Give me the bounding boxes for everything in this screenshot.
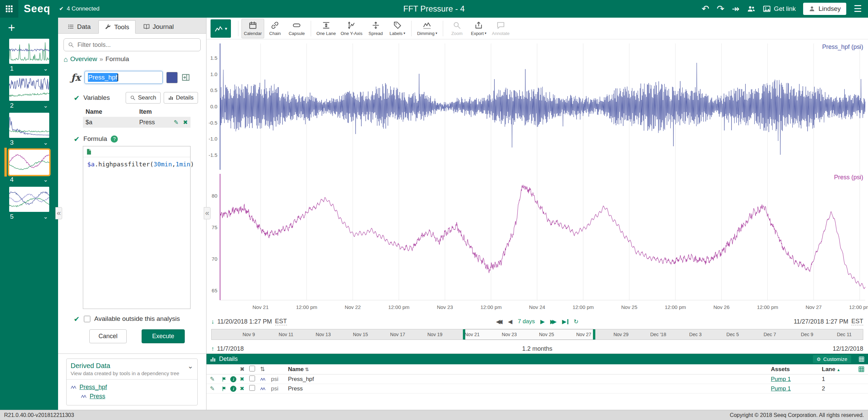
investigate-start-date[interactable]: 11/7/2018: [217, 345, 244, 352]
formula-editor[interactable]: $a.highpassfilter(30min,1min): [83, 146, 191, 309]
rewind-icon[interactable]: ◀◀: [496, 319, 503, 325]
derived-item-link[interactable]: Press_hpf: [79, 384, 107, 391]
chevron-down-icon[interactable]: ⌄: [187, 363, 193, 369]
info-icon[interactable]: i: [230, 376, 236, 382]
execute-button[interactable]: Execute: [142, 329, 185, 343]
row-checkbox[interactable]: [249, 376, 255, 381]
breadcrumb-overview[interactable]: Overview: [70, 55, 97, 63]
tab-tools[interactable]: Tools: [98, 20, 135, 34]
trend-chart[interactable]: Nov 2112:00 pmNov 2212:00 pmNov 2312:00 …: [206, 39, 868, 316]
trend-view-button[interactable]: ▾: [211, 19, 231, 38]
range-start-tz[interactable]: EST: [275, 318, 287, 325]
range-end-date[interactable]: 11/27/2018 1:27 PM: [794, 318, 848, 325]
worksheet-thumbnail[interactable]: [9, 113, 49, 138]
step-back-icon[interactable]: ◀: [508, 319, 512, 325]
formula-name-input[interactable]: Press_hpf: [85, 71, 163, 84]
select-all-checkbox[interactable]: [249, 366, 255, 371]
labels-button[interactable]: Labels▾: [386, 19, 408, 38]
remove-variable-icon[interactable]: ✖: [183, 120, 188, 125]
signal-name[interactable]: Press_hpf: [288, 376, 771, 383]
apps-grid-button[interactable]: [0, 0, 18, 18]
worksheet-thumbnail[interactable]: [9, 39, 49, 64]
table-grid-icon[interactable]: [858, 366, 865, 372]
down-arrow-icon[interactable]: ↓: [211, 318, 214, 325]
signal-name[interactable]: Press: [288, 385, 771, 392]
range-start-date[interactable]: 11/20/2018 1:27 PM: [217, 318, 272, 325]
range-duration[interactable]: 7 days: [518, 318, 535, 325]
collapse-sidebar-handle[interactable]: «: [55, 207, 62, 219]
investigate-duration[interactable]: 1.2 months: [522, 345, 552, 352]
layout-grid-icon[interactable]: [858, 356, 865, 362]
sort-icon[interactable]: ⇅: [260, 366, 271, 372]
dimming-button[interactable]: Dimming▾: [415, 19, 439, 38]
chain-button[interactable]: Chain: [264, 19, 286, 38]
worksheet-thumbnail[interactable]: [9, 150, 49, 175]
tab-journal[interactable]: Journal: [137, 20, 180, 33]
details-row-press[interactable]: ✎ i ✖ psi Press Pump 1 2: [206, 384, 868, 394]
trend-chart-svg[interactable]: Nov 2112:00 pmNov 2212:00 pmNov 2312:00 …: [206, 39, 868, 316]
help-icon[interactable]: ?: [111, 135, 118, 143]
asset-link[interactable]: Pump 1: [771, 376, 791, 382]
export-button[interactable]: Export▾: [468, 19, 490, 38]
dock-panel-icon[interactable]: [181, 73, 190, 82]
add-worksheet-button[interactable]: +: [4, 20, 19, 35]
chevron-down-icon[interactable]: ⌄: [43, 214, 48, 220]
get-link-button[interactable]: Get link: [763, 5, 796, 13]
chevron-down-icon[interactable]: ⌄: [43, 66, 48, 72]
flag-icon[interactable]: [221, 377, 230, 382]
document-icon[interactable]: [86, 148, 92, 155]
remove-icon[interactable]: ✖: [240, 377, 249, 382]
range-end-tz[interactable]: EST: [851, 318, 863, 325]
skip-to-end-icon[interactable]: ▶: [562, 319, 568, 325]
worksheet-thumbnail[interactable]: [9, 187, 49, 212]
derived-data-header[interactable]: Derived Data ⌄: [67, 359, 197, 370]
redo-icon[interactable]: ↷: [717, 4, 725, 14]
row-checkbox[interactable]: [249, 385, 255, 391]
home-icon[interactable]: ⌂: [64, 56, 68, 63]
edit-icon[interactable]: ✎: [210, 376, 221, 382]
cancel-button[interactable]: Cancel: [89, 329, 127, 343]
tab-data[interactable]: Data: [61, 20, 97, 33]
derived-item-link[interactable]: Press: [90, 393, 105, 400]
worksheet-thumbnail[interactable]: [9, 76, 49, 101]
chevron-down-icon[interactable]: ⌄: [43, 177, 48, 183]
asset-link[interactable]: Pump 1: [771, 385, 791, 392]
user-menu-button[interactable]: Lindsey: [803, 3, 846, 15]
column-name[interactable]: Name⇅: [288, 366, 771, 373]
column-lane[interactable]: Lane▲: [822, 366, 850, 373]
hamburger-menu-icon[interactable]: ☰: [854, 4, 862, 14]
up-arrow-icon[interactable]: ↑: [211, 346, 214, 352]
column-assets[interactable]: Assets: [771, 366, 822, 373]
overview-selection-window[interactable]: [464, 329, 594, 340]
edit-variable-icon[interactable]: ✎: [174, 120, 179, 125]
capsule-button[interactable]: Capsule: [286, 19, 308, 38]
overview-track[interactable]: Nov 9Nov 11Nov 13Nov 15Nov 17Nov 19Nov 2…: [211, 329, 863, 340]
details-row-press-hpf[interactable]: ✎ i ✖ psi Press_hpf Pump 1 1: [206, 375, 868, 384]
info-icon[interactable]: i: [230, 386, 236, 392]
chevron-down-icon[interactable]: ⌄: [43, 103, 48, 109]
variables-search-button[interactable]: Search: [126, 92, 161, 104]
collapse-panel-handle[interactable]: «: [204, 207, 211, 219]
undo-icon[interactable]: ↶: [702, 4, 709, 14]
filter-tools-field[interactable]: [64, 38, 201, 51]
available-outside-checkbox[interactable]: [84, 316, 90, 322]
refresh-icon[interactable]: ↻: [574, 319, 578, 325]
selection-right-handle[interactable]: [593, 329, 595, 340]
flag-icon[interactable]: [221, 386, 230, 391]
remove-all-icon[interactable]: ✖: [240, 366, 249, 372]
share-arrow-icon[interactable]: ↠: [732, 4, 740, 14]
calendar-button[interactable]: Calendar: [241, 19, 264, 38]
spread-button[interactable]: Spread: [365, 19, 386, 38]
fast-forward-icon[interactable]: ▶▶: [550, 319, 557, 325]
variables-details-button[interactable]: Details: [164, 92, 198, 104]
connection-status[interactable]: ✔ 4 Connected: [59, 5, 100, 12]
formula-code[interactable]: $a.highpassfilter(30min,1min): [83, 157, 190, 171]
one-y-axis-button[interactable]: One Y-Axis: [338, 19, 365, 38]
color-swatch-button[interactable]: [166, 72, 178, 83]
chevron-down-icon[interactable]: ⌄: [43, 140, 48, 146]
remove-icon[interactable]: ✖: [240, 386, 249, 391]
edit-icon[interactable]: ✎: [210, 386, 221, 391]
filter-tools-input[interactable]: [77, 41, 196, 49]
customize-button[interactable]: ⚙ Customize: [813, 355, 851, 363]
investigate-end-date[interactable]: 12/12/2018: [833, 345, 863, 352]
